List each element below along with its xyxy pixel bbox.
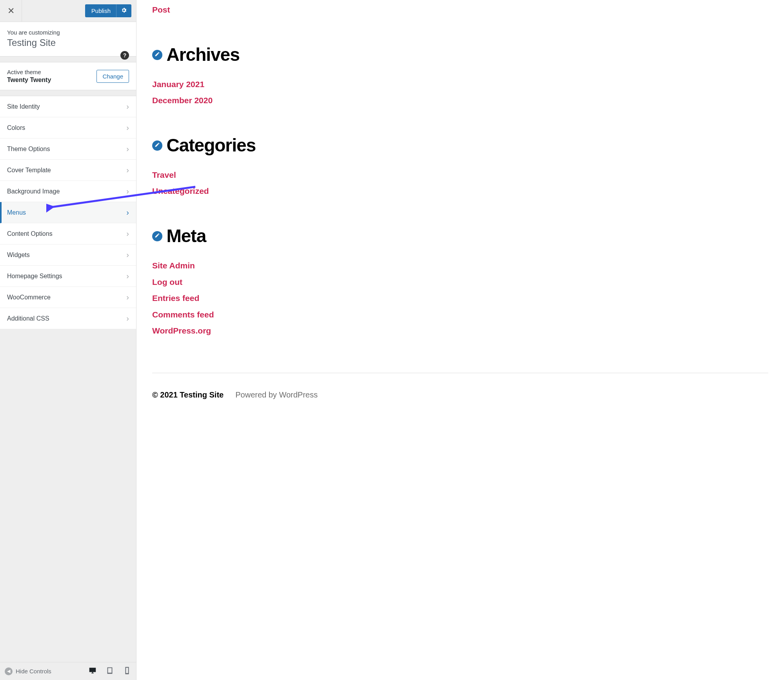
chevron-right-icon: › xyxy=(126,102,129,111)
section-label: Site Identity xyxy=(7,103,40,110)
sidebar-topbar: ✕ Publish xyxy=(0,0,136,22)
section-label: Cover Template xyxy=(7,167,51,174)
meta-link[interactable]: Comments feed xyxy=(152,308,768,321)
widget-meta: Meta Site AdminLog outEntries feedCommen… xyxy=(152,225,768,337)
section-label: Content Options xyxy=(7,230,53,237)
device-desktop-button[interactable] xyxy=(88,666,97,676)
section-cover-template[interactable]: Cover Template› xyxy=(0,160,136,181)
widget-title-meta: Meta xyxy=(166,225,206,246)
chevron-right-icon: › xyxy=(126,250,129,259)
pencil-icon xyxy=(155,142,160,149)
help-icon: ? xyxy=(123,52,127,58)
chevron-right-icon: › xyxy=(126,166,129,175)
section-content-options[interactable]: Content Options› xyxy=(0,223,136,244)
chevron-right-icon: › xyxy=(126,123,129,132)
meta-link[interactable]: Entries feed xyxy=(152,292,768,305)
section-background-image[interactable]: Background Image› xyxy=(0,181,136,202)
sidebar-footer: ◀ Hide Controls xyxy=(0,662,136,680)
section-label: Theme Options xyxy=(7,146,50,153)
section-colors[interactable]: Colors› xyxy=(0,117,136,139)
hide-controls-button[interactable]: ◀ Hide Controls xyxy=(5,667,51,675)
hide-controls-label: Hide Controls xyxy=(16,668,51,675)
section-menus[interactable]: Menus› xyxy=(0,202,136,223)
tablet-icon xyxy=(106,666,114,676)
section-label: Background Image xyxy=(7,188,60,195)
footer-copyright: © 2021 Testing Site xyxy=(152,390,224,399)
customizer-sidebar: ✕ Publish You are customizing Testing Si… xyxy=(0,0,136,680)
section-label: Additional CSS xyxy=(7,315,49,322)
edit-widget-categories-button[interactable] xyxy=(152,140,162,151)
pencil-icon xyxy=(155,233,160,240)
publish-button[interactable]: Publish xyxy=(85,4,131,17)
publish-label: Publish xyxy=(85,5,116,17)
chevron-right-icon: › xyxy=(126,293,129,302)
section-label: Menus xyxy=(7,209,26,216)
meta-link[interactable]: Log out xyxy=(152,275,768,289)
gear-icon xyxy=(121,7,127,15)
chevron-right-icon: › xyxy=(126,144,129,153)
meta-link[interactable]: WordPress.org xyxy=(152,324,768,337)
help-button[interactable]: ? xyxy=(120,51,129,60)
device-mobile-button[interactable] xyxy=(123,666,131,676)
widget-title-archives: Archives xyxy=(166,44,239,65)
category-link[interactable]: Travel xyxy=(152,168,768,182)
section-label: WooCommerce xyxy=(7,294,51,301)
device-tablet-button[interactable] xyxy=(106,666,114,676)
meta-link[interactable]: Site Admin xyxy=(152,259,768,272)
section-site-identity[interactable]: Site Identity› xyxy=(0,96,136,117)
site-title: Testing Site xyxy=(7,37,129,48)
mobile-icon xyxy=(123,666,131,676)
preview-pane: Post Archives January 2021December 2020 … xyxy=(136,0,784,680)
device-preview-switcher xyxy=(88,666,131,676)
widget-title-categories: Categories xyxy=(166,135,256,156)
widget-archives: Archives January 2021December 2020 xyxy=(152,44,768,107)
section-label: Homepage Settings xyxy=(7,273,62,280)
sections-list: Site Identity›Colors›Theme Options›Cover… xyxy=(0,96,136,329)
publish-settings-button[interactable] xyxy=(116,4,131,17)
section-label: Widgets xyxy=(7,252,30,259)
section-widgets[interactable]: Widgets› xyxy=(0,244,136,266)
section-additional-css[interactable]: Additional CSS› xyxy=(0,308,136,329)
edit-widget-archives-button[interactable] xyxy=(152,50,162,60)
close-icon: ✕ xyxy=(7,6,15,16)
active-theme-label: Active theme xyxy=(7,69,51,75)
change-theme-button[interactable]: Change xyxy=(96,70,129,83)
archive-link[interactable]: January 2021 xyxy=(152,78,768,91)
category-link[interactable]: Uncategorized xyxy=(152,184,768,198)
archive-link[interactable]: December 2020 xyxy=(152,94,768,107)
section-woocommerce[interactable]: WooCommerce› xyxy=(0,287,136,308)
customizing-panel: You are customizing Testing Site ? xyxy=(0,22,136,57)
footer-powered-by[interactable]: Powered by WordPress xyxy=(235,390,318,399)
section-theme-options[interactable]: Theme Options› xyxy=(0,139,136,160)
desktop-icon xyxy=(88,666,97,676)
widget-categories: Categories TravelUncategorized xyxy=(152,135,768,198)
active-theme-name: Twenty Twenty xyxy=(7,77,51,84)
chevron-right-icon: › xyxy=(126,187,129,196)
section-label: Colors xyxy=(7,124,25,131)
edit-widget-meta-button[interactable] xyxy=(152,231,162,241)
close-button[interactable]: ✕ xyxy=(0,0,22,22)
pencil-icon xyxy=(155,51,160,58)
link-post[interactable]: Post xyxy=(152,5,170,14)
chevron-right-icon: › xyxy=(126,229,129,238)
preview-footer: © 2021 Testing Site Powered by WordPress xyxy=(152,373,768,399)
chevron-right-icon: › xyxy=(126,272,129,281)
section-homepage-settings[interactable]: Homepage Settings› xyxy=(0,266,136,287)
customizing-label: You are customizing xyxy=(7,29,129,36)
active-theme-panel: Active theme Twenty Twenty Change xyxy=(0,62,136,90)
chevron-right-icon: › xyxy=(126,314,129,323)
chevron-right-icon: › xyxy=(126,208,129,217)
chevron-left-icon: ◀ xyxy=(5,667,13,675)
